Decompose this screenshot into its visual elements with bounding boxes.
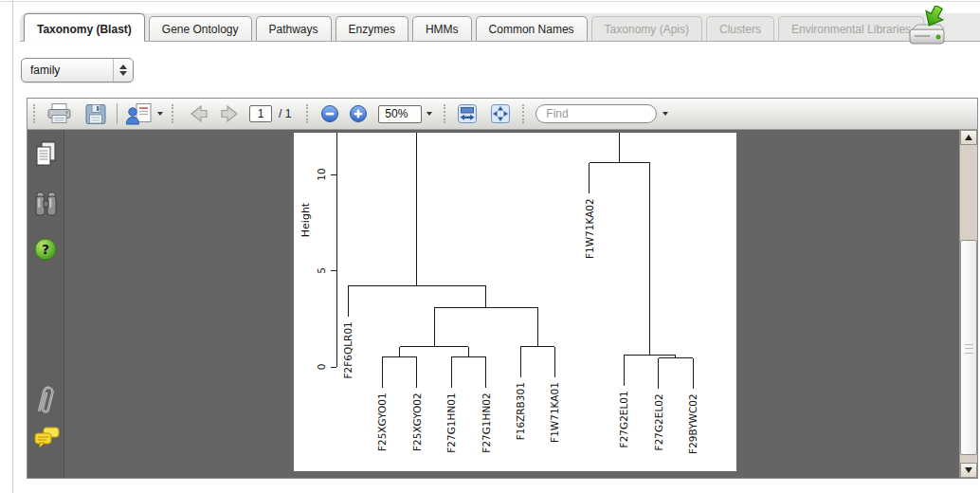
select-spinner-icon xyxy=(113,59,133,82)
rank-select-value: family xyxy=(22,64,113,77)
y-tick-label: 10 xyxy=(316,168,327,180)
comments-icon xyxy=(33,426,61,452)
arrow-left-icon xyxy=(188,103,210,124)
scrollbar-thumb[interactable] xyxy=(960,240,977,455)
scroll-down-button[interactable] xyxy=(960,463,977,478)
pdf-sidebar: ? xyxy=(27,130,64,478)
svg-text:?: ? xyxy=(42,242,49,257)
fit-width-icon xyxy=(457,103,478,124)
leaf-label: F1W71KA02 xyxy=(584,198,595,259)
toolbar-grip[interactable] xyxy=(33,104,39,123)
next-page-button[interactable] xyxy=(218,103,241,124)
print-button[interactable] xyxy=(46,102,72,125)
download-to-drive-icon xyxy=(898,6,953,49)
collaborate-icon xyxy=(125,102,154,126)
window-top-border xyxy=(0,1,980,2)
pages-icon xyxy=(33,140,59,173)
tab-hmms[interactable]: HMMs xyxy=(412,16,472,41)
binoculars-icon xyxy=(33,190,59,224)
page-total-label: / 1 xyxy=(279,107,291,120)
leaf-label: F27G2EL02 xyxy=(653,393,664,450)
toolbar-grip[interactable] xyxy=(522,104,528,123)
triangle-down-icon xyxy=(965,467,972,473)
leaf-label: F27G1HN02 xyxy=(481,393,492,452)
leaf-label: F1W71KA01 xyxy=(549,382,560,443)
tab-clusters: Clusters xyxy=(706,16,774,41)
zoom-in-button[interactable] xyxy=(349,104,368,123)
zoom-level-caret-icon[interactable] xyxy=(426,112,432,116)
fit-page-icon xyxy=(490,103,511,124)
print-icon xyxy=(46,102,72,125)
leaf-label: F27G1HN01 xyxy=(445,393,457,452)
tab-enzymes[interactable]: Enzymes xyxy=(336,16,408,41)
scrollbar-grip-icon xyxy=(965,344,973,354)
window-left-border xyxy=(12,0,13,493)
tab-pathways[interactable]: Pathways xyxy=(256,16,332,41)
pdf-page: F2F6QLR01F25XGYO01F25XGYO02F27G1HN01F27G… xyxy=(294,133,736,471)
paperclip-icon xyxy=(33,382,59,420)
pdf-canvas: ? xyxy=(27,130,977,478)
dendrogram-plot: F2F6QLR01F25XGYO01F25XGYO02F27G1HN01F27G… xyxy=(294,133,736,471)
tab-gene-ontology[interactable]: Gene Ontology xyxy=(149,16,252,41)
rank-select[interactable]: family xyxy=(21,58,134,82)
tab-bar: Taxonomy (Blast)Gene OntologyPathwaysEnz… xyxy=(20,13,980,42)
tab-taxonomy-blast[interactable]: Taxonomy (Blast) xyxy=(24,13,145,42)
fit-page-button[interactable] xyxy=(490,103,511,124)
toolbar-grip[interactable] xyxy=(444,104,449,123)
help-button[interactable]: ? xyxy=(33,236,59,268)
find-caret-icon[interactable] xyxy=(662,112,668,116)
collaborate-caret-icon xyxy=(157,112,163,116)
previous-page-button[interactable] xyxy=(188,103,210,124)
zoom-in-icon xyxy=(349,104,368,123)
save-button[interactable] xyxy=(84,103,107,125)
scroll-up-button[interactable] xyxy=(960,130,977,145)
arrow-right-icon xyxy=(218,103,241,124)
pdf-viewer: 1 / 1 50% xyxy=(27,98,978,479)
attachments-panel-button[interactable] xyxy=(33,382,59,424)
leaf-label: F29BYWC02 xyxy=(687,393,699,454)
toolbar-grip[interactable] xyxy=(172,104,177,123)
page-number-input[interactable]: 1 xyxy=(249,105,272,122)
tab-common-names[interactable]: Common Names xyxy=(476,16,588,41)
y-tick-label: 5 xyxy=(316,267,327,274)
pdf-toolbar: 1 / 1 50% xyxy=(27,99,977,130)
leaf-label: F25XGYO02 xyxy=(411,393,423,451)
fit-width-button[interactable] xyxy=(457,103,478,124)
collaborate-button[interactable] xyxy=(125,102,163,126)
tab-taxonomy-apis: Taxonomy (Apis) xyxy=(591,16,702,41)
y-tick-label: 0 xyxy=(316,364,327,371)
y-axis-label: Height xyxy=(299,202,312,237)
triangle-up-icon xyxy=(965,135,972,140)
download-button[interactable] xyxy=(898,6,953,49)
leaf-label: F27G2EL01 xyxy=(618,391,629,447)
help-icon: ? xyxy=(33,236,59,265)
leaf-label: F25XGYO01 xyxy=(376,393,388,451)
zoom-level-select[interactable]: 50% xyxy=(378,105,422,123)
comments-panel-button[interactable] xyxy=(33,426,61,456)
leaf-label: F16ZRB301 xyxy=(515,382,526,440)
zoom-out-icon xyxy=(320,104,339,123)
zoom-out-button[interactable] xyxy=(320,104,339,123)
toolbar-separator xyxy=(117,103,118,124)
pages-panel-button[interactable] xyxy=(33,140,59,176)
leaf-label: F2F6QLR01 xyxy=(342,321,354,378)
toolbar-grip[interactable] xyxy=(306,104,312,123)
save-icon xyxy=(84,103,107,125)
vertical-scrollbar[interactable] xyxy=(959,130,977,478)
find-input[interactable] xyxy=(535,104,657,123)
search-panel-button[interactable] xyxy=(33,190,59,228)
